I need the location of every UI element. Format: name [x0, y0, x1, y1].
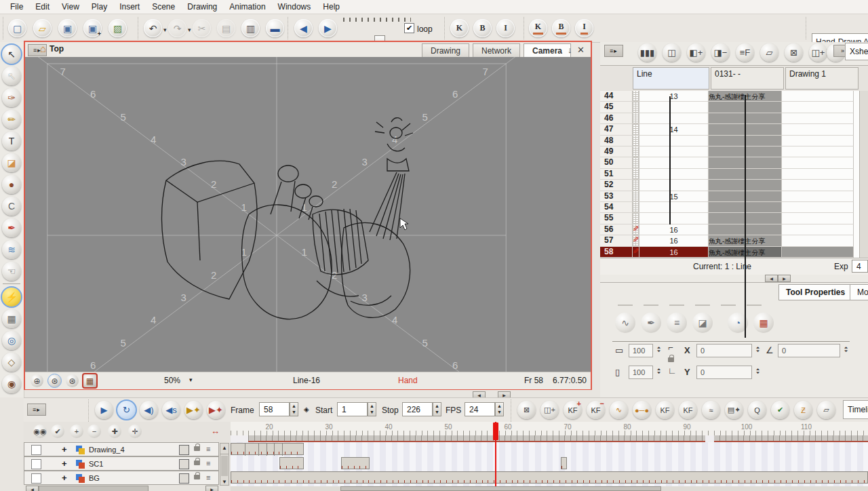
inbetween-exposure-button[interactable]: I: [575, 19, 593, 37]
apply-all-layers-button[interactable]: ▦: [753, 313, 774, 333]
render-settings-button[interactable]: ⊛: [48, 374, 61, 387]
xsheet-row-54[interactable]: 54: [600, 202, 859, 213]
exposure-cell-drawing1[interactable]: [782, 191, 854, 202]
zoom-caret-icon[interactable]: ▾: [189, 376, 193, 383]
drawing-substitution-icon[interactable]: ≡: [206, 459, 210, 467]
xsheet-vertical-scrollbar[interactable]: [859, 91, 868, 258]
camera-canvas[interactable]: 1111222233334444555566667777: [25, 57, 591, 372]
exposure-block[interactable]: [279, 457, 304, 469]
layer-lock-icon[interactable]: [194, 446, 200, 451]
open-scene-button[interactable]: ▱: [33, 19, 52, 37]
exposure-cell-drawing1[interactable]: [782, 157, 854, 168]
exposure-block[interactable]: [231, 443, 304, 455]
drag-handle-cell[interactable]: [633, 169, 639, 180]
show-hide-all-button[interactable]: ◉◉: [33, 425, 47, 438]
segment-button[interactable]: ●─●: [633, 401, 651, 419]
flatten-button[interactable]: ≡: [667, 313, 687, 333]
add-keyframe-button[interactable]: KF+: [564, 401, 582, 419]
timeline-panel-tab[interactable]: Timeline: [843, 400, 868, 419]
play-button[interactable]: ▶: [95, 401, 113, 419]
layers-vertical-scrollbar[interactable]: ▲ ▼: [220, 443, 229, 486]
zoom-level[interactable]: 50%: [164, 376, 180, 385]
stop-input[interactable]: 226: [402, 402, 433, 416]
exposure-value-cell[interactable]: 13: [639, 91, 709, 102]
exposure-value-cell[interactable]: 16: [639, 224, 709, 235]
exposure-value-input[interactable]: 4: [852, 260, 868, 273]
track-row-bg[interactable]: [231, 471, 868, 485]
exposure-cell-drawing1[interactable]: [782, 136, 854, 146]
drag-handle-cell[interactable]: [633, 180, 639, 191]
render-preview-button[interactable]: ⊛: [66, 374, 79, 387]
frame-input[interactable]: 58: [259, 402, 290, 416]
xsheet-row-45[interactable]: 45: [600, 102, 859, 113]
zoom-tool[interactable]: ◇: [2, 353, 21, 372]
playhead-line[interactable]: [495, 422, 496, 486]
offset-x-spinner[interactable]: ⏶⏷: [755, 346, 761, 353]
enable-disable-button[interactable]: ✔: [51, 425, 64, 438]
enable-button[interactable]: ✔: [771, 401, 789, 419]
xsheet-row-51[interactable]: 51: [600, 169, 859, 180]
new-scene-button[interactable]: ▢: [8, 19, 26, 37]
layer-lock-icon[interactable]: [194, 475, 200, 479]
width-spinner[interactable]: ⏶⏷: [656, 346, 662, 353]
drag-handle-cell[interactable]: [633, 157, 639, 168]
dock-view-icon[interactable]: ↓: [568, 45, 572, 55]
close-gap-tool[interactable]: C: [2, 197, 21, 216]
angle-spinner[interactable]: ⏶⏷: [843, 346, 849, 353]
reset-view-button[interactable]: ⊕: [31, 374, 43, 387]
paste-button[interactable]: ▥: [241, 19, 260, 37]
set-breakdown-drawing-button[interactable]: B: [473, 19, 492, 37]
xsheet-row-44[interactable]: 4413魚丸-感謝樓主分享: [600, 91, 859, 102]
clear-exposure-button[interactable]: ⊠: [517, 401, 536, 419]
set-key-drawing-button[interactable]: K: [450, 19, 469, 37]
rotate-view-tool[interactable]: ◎: [2, 331, 21, 350]
xsheet-row-53[interactable]: 5315: [600, 191, 859, 202]
sound-scrub-button[interactable]: ◀s: [162, 401, 180, 419]
angle-field[interactable]: 0: [778, 344, 840, 357]
menu-windows[interactable]: Windows: [272, 1, 317, 13]
menu-help[interactable]: Help: [317, 1, 346, 13]
contour-editor-tool[interactable]: ↖: [2, 66, 21, 85]
layer-row-bg[interactable]: +BG≡: [24, 471, 219, 485]
redo-button-dropdown-icon[interactable]: ▾: [188, 26, 191, 33]
undo-button-dropdown-icon[interactable]: ▾: [163, 26, 167, 33]
layer-lock-icon[interactable]: [194, 460, 200, 465]
matte-view-button[interactable]: ▦: [83, 374, 96, 387]
track-row-sc1[interactable]: [231, 456, 868, 471]
column-display-button[interactable]: ◫: [663, 43, 681, 62]
exposure-value-cell[interactable]: [639, 157, 709, 168]
menu-animation[interactable]: Animation: [223, 1, 271, 13]
exposure-cell-drawing1[interactable]: [782, 102, 854, 113]
layers-hscroll-thumb[interactable]: [39, 486, 149, 491]
select-tool[interactable]: ↖: [2, 45, 21, 64]
view-tab-camera[interactable]: Camera: [524, 43, 571, 57]
exposure-value-cell[interactable]: [639, 113, 709, 124]
exposure-block[interactable]: [231, 471, 868, 484]
layers-scroll-left-button[interactable]: ◀: [26, 486, 39, 491]
drag-handle-cell[interactable]: [633, 146, 639, 157]
key-exposure-button[interactable]: K: [529, 19, 547, 37]
onion-skin-toggle[interactable]: ◉: [2, 374, 21, 393]
add-drawing-layer-button[interactable]: ✚: [108, 425, 121, 438]
xsheet-scroll-left-button[interactable]: ◀: [765, 275, 778, 282]
offset-y-field[interactable]: 0: [696, 366, 752, 379]
xsheet-row-55[interactable]: 55: [600, 213, 859, 224]
xsheet-row-49[interactable]: 49: [600, 146, 859, 157]
fps-spinner[interactable]: ▲▼: [495, 402, 504, 416]
stop-button[interactable]: ▶✦: [207, 401, 225, 419]
home-icon[interactable]: ⌂: [40, 43, 46, 54]
menu-edit[interactable]: Edit: [29, 1, 56, 13]
layer-visibility-checkbox[interactable]: [31, 473, 41, 484]
movie-button[interactable]: ▬: [266, 19, 284, 37]
layer-visibility-checkbox[interactable]: [31, 445, 41, 455]
timeline-frames-area[interactable]: 2030405060708090100110: [231, 422, 868, 491]
loop-checkbox[interactable]: ✔: [404, 23, 414, 33]
sound-display-button[interactable]: Q: [748, 401, 766, 419]
breakdown-exposure-button[interactable]: B: [552, 19, 570, 37]
xsheet-row-50[interactable]: 50: [600, 157, 859, 168]
save-button[interactable]: ▣: [58, 19, 77, 37]
fps-input[interactable]: 24: [465, 402, 495, 416]
next-frame-button[interactable]: ▶: [319, 19, 337, 37]
pick-stroke-button[interactable]: ✒: [641, 313, 661, 333]
hand-tool[interactable]: ☜: [2, 262, 21, 281]
